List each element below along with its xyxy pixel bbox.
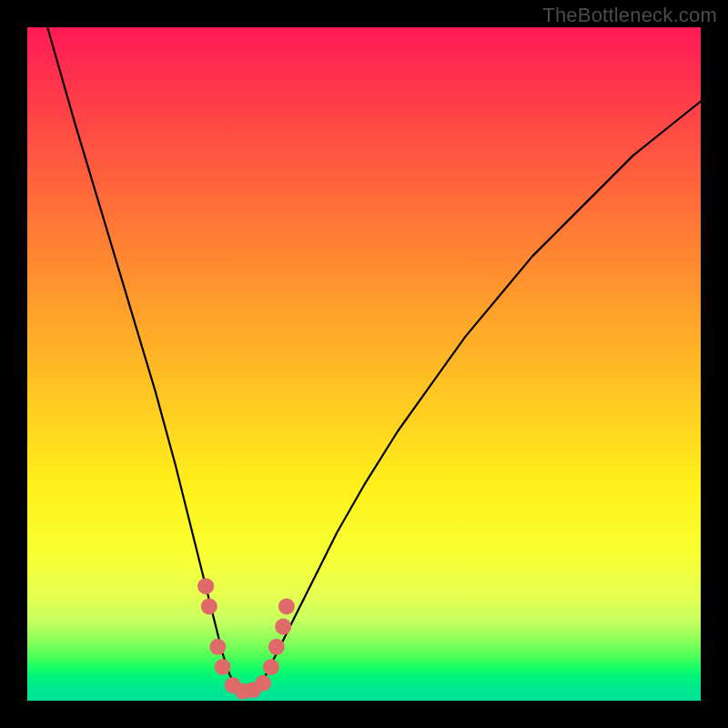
outer-frame: TheBottleneck.com	[0, 0, 728, 728]
marker-dot	[197, 578, 214, 594]
marker-dot	[255, 675, 271, 692]
marker-dot	[268, 639, 285, 655]
plot-area	[27, 27, 701, 701]
marker-dot	[201, 598, 217, 614]
marker-dot	[263, 659, 279, 675]
marker-dot	[275, 619, 291, 635]
marker-dot	[215, 659, 231, 675]
marker-dot	[209, 639, 226, 655]
marker-group	[197, 578, 295, 699]
watermark-text: TheBottleneck.com	[542, 4, 717, 27]
highlight-markers	[27, 27, 701, 701]
marker-dot	[278, 598, 295, 614]
